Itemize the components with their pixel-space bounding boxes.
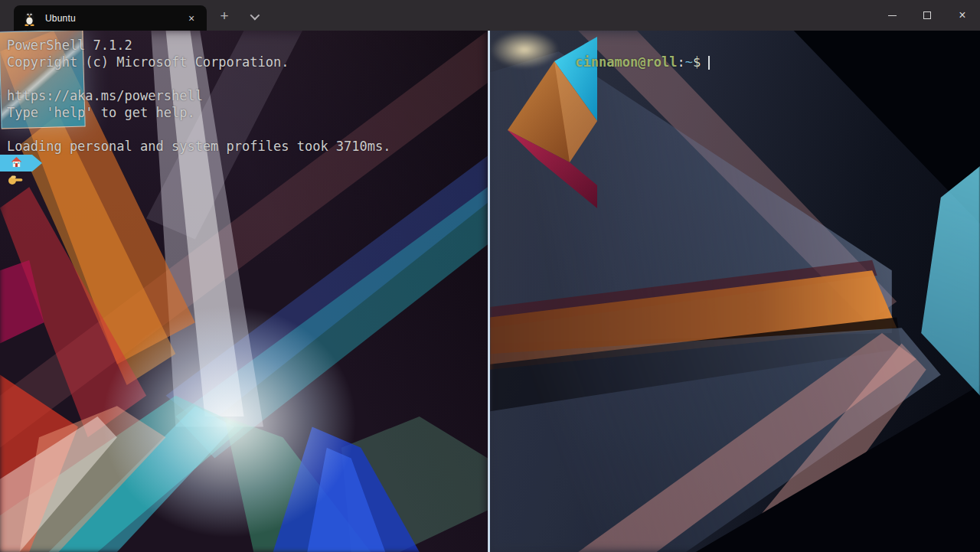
pointing-right-hand-icon: [7, 172, 23, 189]
prompt-pointer-line: [7, 171, 488, 190]
prompt-symbol: $: [693, 54, 701, 70]
minimize-button[interactable]: [874, 0, 910, 31]
terminal-line: Copyright (c) Microsoft Corporation.: [7, 54, 488, 70]
new-tab-button[interactable]: +: [213, 6, 236, 26]
terminal-cursor: [708, 56, 710, 70]
chevron-down-icon: [250, 10, 260, 20]
terminal-line: Loading personal and system profiles too…: [7, 138, 488, 155]
minimize-icon: [888, 15, 897, 16]
ubuntu-terminal-output: cinnamon@roll:~$: [490, 31, 980, 54]
tab-dropdown-button[interactable]: [242, 6, 265, 26]
prompt-user-host: cinnamon@roll: [575, 54, 677, 70]
terminal-line: [7, 70, 488, 87]
powerline-arrow: [32, 155, 42, 171]
prompt-cwd: ~: [685, 54, 693, 70]
powerline-prompt-segment: [0, 155, 488, 171]
terminal-line: Type 'help' to get help.: [7, 104, 488, 121]
pane-powershell[interactable]: PowerShell 7.1.2 Copyright (c) Microsoft…: [0, 31, 488, 552]
prompt-separator: :: [677, 54, 684, 70]
tab-ubuntu[interactable]: Ubuntu ×: [14, 5, 207, 31]
house-icon: [11, 155, 22, 171]
pane-container: PowerShell 7.1.2 Copyright (c) Microsoft…: [0, 31, 980, 552]
close-button[interactable]: ×: [945, 0, 980, 31]
shell-prompt: cinnamon@roll:~$: [497, 37, 980, 54]
pane-ubuntu[interactable]: cinnamon@roll:~$: [490, 31, 980, 552]
windows-terminal-window: Ubuntu × + ×: [0, 0, 980, 552]
maximize-icon: [923, 11, 931, 19]
tux-penguin-icon: [22, 10, 37, 26]
title-bar[interactable]: Ubuntu × + ×: [0, 0, 980, 31]
tab-close-icon[interactable]: ×: [182, 9, 201, 28]
terminal-line: https://aka.ms/powershell: [7, 87, 488, 104]
tab-label: Ubuntu: [45, 13, 76, 24]
terminal-line: [7, 121, 488, 138]
window-controls: ×: [874, 0, 980, 31]
maximize-button[interactable]: [910, 0, 945, 31]
powershell-terminal-output: PowerShell 7.1.2 Copyright (c) Microsoft…: [0, 31, 488, 190]
terminal-line: PowerShell 7.1.2: [7, 37, 488, 54]
right-pane-background-image: [490, 31, 980, 552]
